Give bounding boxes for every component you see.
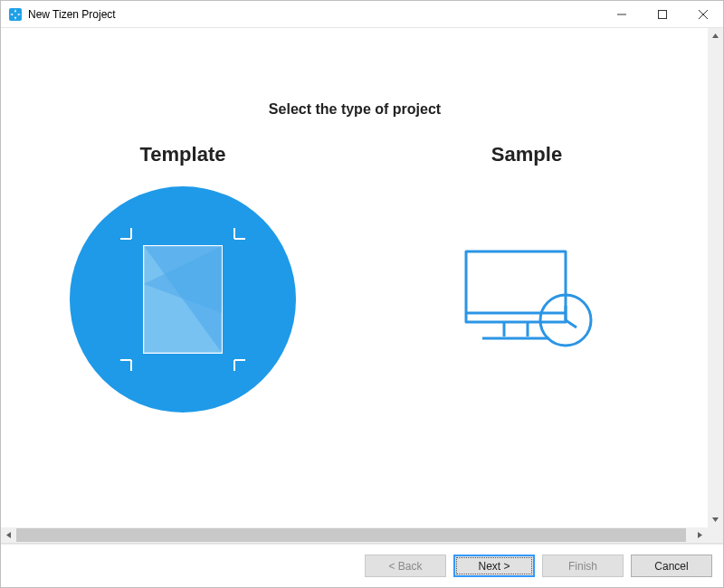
svg-line-16 — [566, 320, 576, 327]
option-sample-label: Sample — [491, 143, 562, 166]
horizontal-scrollbar[interactable] — [1, 527, 708, 543]
project-type-options: Template — [2, 143, 708, 413]
tizen-logo-icon — [8, 7, 23, 22]
hscroll-track[interactable] — [16, 527, 692, 543]
sample-icon — [414, 186, 640, 413]
svg-marker-20 — [698, 532, 702, 538]
close-button[interactable] — [682, 1, 723, 28]
svg-marker-18 — [712, 517, 719, 522]
maximize-button[interactable] — [642, 1, 682, 28]
svg-rect-2 — [658, 10, 666, 18]
wizard-window: New Tizen Project Select the type of pro… — [0, 0, 724, 588]
option-template[interactable]: Template — [65, 143, 300, 413]
titlebar: New Tizen Project — [1, 1, 723, 28]
option-template-label: Template — [140, 143, 226, 166]
next-button[interactable]: Next > — [453, 555, 535, 577]
scroll-corner — [708, 527, 723, 543]
svg-rect-9 — [466, 251, 566, 322]
vertical-scrollbar[interactable] — [708, 28, 723, 527]
cancel-button[interactable]: Cancel — [631, 555, 712, 577]
template-icon — [70, 186, 296, 413]
content-body: Select the type of project Template — [2, 29, 708, 527]
back-button: < Back — [365, 555, 446, 577]
scroll-right-icon[interactable] — [692, 527, 708, 543]
scroll-left-icon[interactable] — [1, 527, 16, 543]
finish-button: Finish — [542, 555, 624, 577]
hscroll-thumb[interactable] — [16, 528, 686, 542]
window-title: New Tizen Project — [28, 8, 116, 21]
minimize-button[interactable] — [601, 1, 642, 28]
scroll-down-icon[interactable] — [708, 512, 723, 527]
scroll-up-icon[interactable] — [708, 28, 723, 43]
content-frame: Select the type of project Template — [1, 28, 723, 544]
svg-marker-17 — [712, 33, 719, 38]
wizard-footer: < Back Next > Finish Cancel — [1, 544, 723, 587]
page-heading: Select the type of project — [2, 101, 708, 118]
option-sample[interactable]: Sample — [409, 143, 644, 413]
svg-marker-19 — [6, 532, 11, 538]
